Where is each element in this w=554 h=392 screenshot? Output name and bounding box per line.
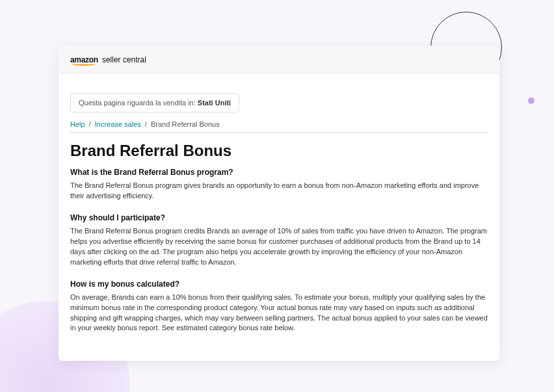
section-heading: What is the Brand Referral Bonus program… [70,168,488,177]
brand-suffix: seller central [102,55,146,64]
app-header: amazon seller central [59,46,499,73]
notice-prefix: Questa pagina riguarda la vendita in: [79,99,198,107]
breadcrumb-link-help[interactable]: Help [70,120,85,128]
breadcrumb: Help / Increase sales / Brand Referral B… [70,120,488,133]
section-body: The Brand Referral Bonus program credits… [70,226,488,268]
brand-logo: amazon seller central [70,55,146,64]
decorative-dot [528,98,534,104]
breadcrumb-link-increase-sales[interactable]: Increase sales [95,120,141,128]
breadcrumb-sep: / [89,120,91,128]
breadcrumb-current: Brand Referral Bonus [151,120,220,128]
article-body: Questa pagina riguarda la vendita in: St… [59,73,499,361]
marketplace-notice[interactable]: Questa pagina riguarda la vendita in: St… [70,93,239,112]
page-title: Brand Referral Bonus [70,142,488,160]
section-heading: Why should I participate? [70,213,488,222]
brand-amazon-word: amazon [70,55,98,64]
section-body: On average, Brands can earn a 10% bonus … [70,293,488,334]
section-body: The Brand Referral Bonus program gives b… [70,181,488,202]
breadcrumb-sep: / [145,120,147,128]
section-heading: How is my bonus calculated? [70,280,488,289]
help-article-card: amazon seller central Questa pagina rigu… [59,46,499,361]
notice-country: Stati Uniti [198,99,231,107]
